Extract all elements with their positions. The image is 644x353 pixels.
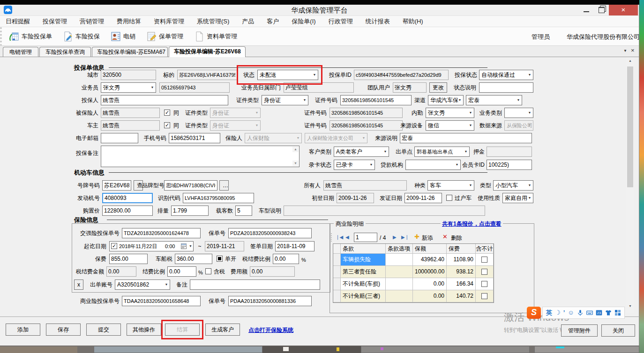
col-premium[interactable]: 保费 xyxy=(447,244,476,254)
submit-button[interactable]: 提交 xyxy=(86,324,121,336)
sy-policy-no-input[interactable] xyxy=(228,296,312,306)
include-checkbox[interactable] xyxy=(481,281,487,287)
tax-incl-checkbox[interactable] xyxy=(205,268,211,274)
transfer-checkbox[interactable] xyxy=(446,195,452,201)
kind-combo[interactable]: 客车▼ xyxy=(427,180,474,191)
smiley-icon[interactable]: ☺ xyxy=(568,308,574,318)
city-input[interactable] xyxy=(101,70,156,80)
menu-item-policy[interactable]: 保险单(I) xyxy=(292,17,315,26)
menu-item-apply-mgmt[interactable]: 投保管理 xyxy=(43,17,67,26)
menu-item-admin[interactable]: 行政管理 xyxy=(329,17,353,26)
owner-input[interactable] xyxy=(101,120,160,131)
menu-item-schedule[interactable]: 日程提醒 xyxy=(6,17,30,26)
cust-type-combo[interactable]: A类老客户▼ xyxy=(334,147,389,157)
menu-item-marketing[interactable]: 营销管理 xyxy=(80,17,104,26)
quote-link[interactable]: 共有1条报价，点击查看 xyxy=(441,220,503,228)
scroll-up-icon[interactable]: ▲ xyxy=(292,147,299,152)
status-note-input[interactable] xyxy=(479,82,533,93)
vehicle-owner-input[interactable] xyxy=(323,180,407,191)
table-row[interactable]: 不计免赔(车损) 0.00 166.34 xyxy=(333,278,494,290)
fee-amt-input[interactable] xyxy=(250,266,295,277)
include-checkbox[interactable] xyxy=(481,257,487,263)
tax-fee-rate-input[interactable] xyxy=(273,254,299,264)
col-clause[interactable]: 条款 xyxy=(341,244,386,254)
settle-button[interactable]: 结算 xyxy=(165,324,200,336)
tab-edit-su-e26v68[interactable]: 车险投保单编辑-苏E26V68 xyxy=(169,46,246,57)
restore-button[interactable] xyxy=(594,5,609,15)
displacement-input[interactable] xyxy=(171,206,209,216)
email-input[interactable] xyxy=(101,133,138,143)
mic-icon[interactable] xyxy=(577,309,584,316)
punct-icon[interactable]: ’ xyxy=(563,308,565,318)
cell-clause[interactable]: 不计免赔(车损) xyxy=(341,278,386,290)
close-icon[interactable]: × xyxy=(609,5,638,15)
owner-id-no-input[interactable] xyxy=(329,120,403,131)
source-device-combo[interactable]: 微信▼ xyxy=(426,120,474,131)
dept-input[interactable] xyxy=(284,82,354,93)
insured-same-checkbox[interactable]: ✓ xyxy=(164,110,170,116)
next-page-icon[interactable]: ▶ xyxy=(393,233,397,242)
last-page-icon[interactable]: ▶❘ xyxy=(401,233,409,242)
toolbar-car-policy-list-button[interactable]: 车险投保单 xyxy=(8,31,52,42)
sy-apply-no-input[interactable] xyxy=(122,296,201,306)
moon-icon[interactable]: ☽ xyxy=(555,308,561,318)
generate-customer-button[interactable]: 生成客户 xyxy=(205,324,240,336)
team-user-input[interactable] xyxy=(393,82,427,93)
plate-input[interactable] xyxy=(102,180,131,191)
sign-date-input[interactable] xyxy=(275,241,315,251)
apply-status-combo[interactable]: 自动核保通过▼ xyxy=(479,70,533,80)
id-type-combo[interactable]: 身份证▼ xyxy=(262,95,308,105)
delete-x-icon[interactable]: ✕ xyxy=(442,233,448,241)
loan-org-combo[interactable]: ▼ xyxy=(405,160,461,170)
close-tab-button[interactable]: 关闭 xyxy=(601,324,635,337)
menu-item-customer[interactable]: 客户 xyxy=(267,17,279,26)
other-actions-button[interactable]: 其他操作 xyxy=(127,324,161,336)
delete-row-button[interactable]: 删除 xyxy=(451,233,462,243)
tab-close-icon[interactable]: × xyxy=(631,47,635,54)
include-checkbox[interactable] xyxy=(481,293,487,299)
engine-input[interactable] xyxy=(102,193,153,203)
table-row[interactable]: 第三者责任险 1000000.00 938.12 xyxy=(333,266,494,278)
issue-date-input[interactable] xyxy=(404,193,442,203)
single-open-checkbox[interactable] xyxy=(217,256,223,262)
date-start-picker[interactable]: ✓ 2018年11月22日 0:00 ▼ xyxy=(109,241,194,251)
plate-query-button[interactable]: 查 xyxy=(134,180,143,191)
toolbar-telesales-button[interactable]: 电销 xyxy=(110,31,135,42)
prev-page-icon[interactable]: ◀ xyxy=(345,233,349,242)
channel-combo-2[interactable]: 宏泰▼ xyxy=(466,95,522,105)
scrollbar-up-icon[interactable]: ▲ xyxy=(627,59,634,62)
numpad-icon[interactable]: 23 xyxy=(596,309,602,316)
tab-policy-query[interactable]: 车险投保单查询 xyxy=(39,47,91,57)
tax-fee-amt-input[interactable] xyxy=(106,266,136,277)
open-insurance-system-link[interactable]: 点击打开保险系统 xyxy=(248,326,293,334)
reg-date-input[interactable] xyxy=(337,193,374,203)
scrollbar-thumb[interactable] xyxy=(627,66,633,187)
insured-id-no-input[interactable] xyxy=(329,108,403,118)
menu-item-report[interactable]: 统计报表 xyxy=(366,17,390,26)
tab-edit-su-e5ma67[interactable]: 车险投保单编辑-苏E5MA67 xyxy=(92,47,168,57)
table-row[interactable]: 车辆损失险 43962.40 1108.90 xyxy=(333,254,494,266)
owner-same-checkbox[interactable]: ✓ xyxy=(164,122,170,128)
scrollbar-down-icon[interactable]: ▼ xyxy=(627,304,634,308)
mobile-input[interactable] xyxy=(169,133,220,143)
skin-icon[interactable] xyxy=(605,309,612,316)
cell-clause[interactable]: 第三者责任险 xyxy=(341,266,386,278)
toolbar-policy-manage-button[interactable]: 保单管理 xyxy=(146,31,183,42)
jq-apply-no-input[interactable] xyxy=(122,228,201,238)
col-option[interactable]: 条款选项 xyxy=(386,244,413,254)
status-combo[interactable]: 未配送▼ xyxy=(257,70,318,80)
cell-clause[interactable]: 车辆损失险 xyxy=(341,254,386,266)
account-clear-button[interactable]: x xyxy=(74,279,83,290)
note-input[interactable] xyxy=(190,279,320,290)
date-enabled-checkbox[interactable]: ✓ xyxy=(111,243,117,249)
add-button[interactable]: 添加 xyxy=(6,324,40,336)
menu-item-fee[interactable]: 费用结算 xyxy=(117,17,141,26)
cell-clause[interactable]: 不计免赔(三者) xyxy=(341,290,386,302)
jq-policy-no-input[interactable] xyxy=(228,228,312,238)
keyboard-icon[interactable] xyxy=(586,309,593,316)
premium-input[interactable] xyxy=(109,254,148,264)
menu-item-product[interactable]: 产品 xyxy=(242,17,254,26)
manage-attachment-button[interactable]: 管理附件 xyxy=(561,324,598,337)
price-input[interactable] xyxy=(102,206,153,216)
issue-point-combo[interactable]: 郭巷基地出单点▼ xyxy=(414,147,470,157)
